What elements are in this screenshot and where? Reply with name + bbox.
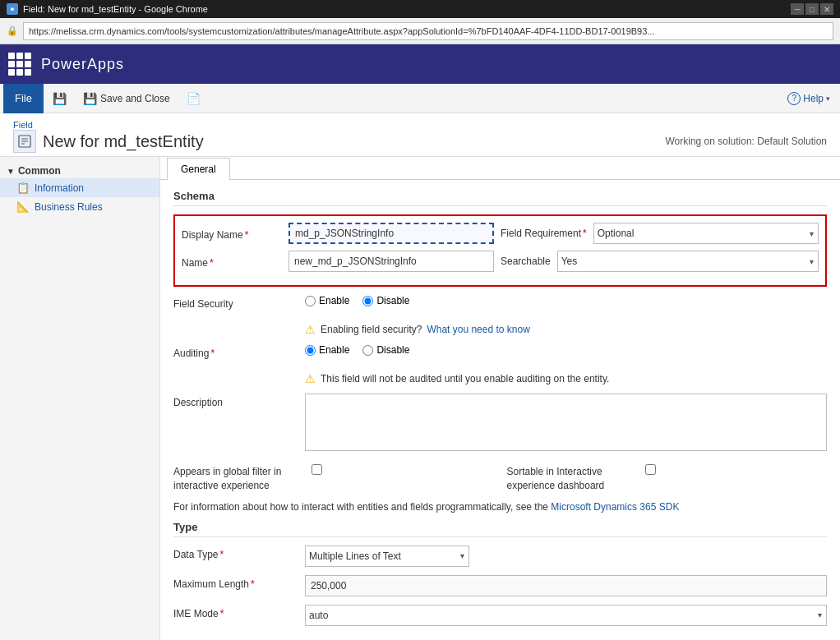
auditing-warning-text: This field will not be audited until you… [321, 373, 609, 384]
file-button[interactable]: File [3, 84, 44, 113]
name-row: Name* Searchable Yes No [182, 251, 819, 272]
sidebar-common-label: Common [18, 165, 61, 177]
field-security-label: Field Security [173, 295, 305, 310]
sidebar-item-business-rules-label: Business Rules [35, 201, 103, 213]
sdk-info-row: For information about how to interact wi… [173, 501, 827, 513]
name-input[interactable] [288, 251, 494, 272]
tab-bar: General [160, 157, 840, 180]
ime-mode-field: auto active inactive disabled [305, 605, 827, 626]
address-bar: 🔒 [0, 18, 840, 44]
page-title: New for md_testEntity [43, 132, 204, 151]
sortable-checkbox[interactable] [645, 464, 656, 475]
form-body: Schema Display Name* Field Requiremen [160, 180, 840, 640]
sidebar-item-information-label: Information [35, 182, 84, 194]
title-bar: ● Field: New for md_testEntity - Google … [0, 0, 840, 18]
max-length-row: Maximum Length* [173, 575, 827, 596]
help-button[interactable]: ? Help ▾ [781, 89, 837, 108]
publish-icon: 📄 [187, 92, 201, 105]
appears-in-filter-checkbox[interactable] [312, 464, 322, 475]
close-button[interactable]: ✕ [820, 3, 833, 15]
field-requirement-label: Field Requirement [501, 228, 581, 239]
max-length-input[interactable] [305, 575, 827, 596]
tab-general[interactable]: General [167, 158, 230, 180]
schema-box: Display Name* Field Requirement* Optiona… [173, 214, 827, 287]
auditing-warning-icon: ⚠ [305, 372, 316, 385]
waffle-icon[interactable] [8, 53, 31, 76]
type-title: Type [173, 521, 827, 537]
breadcrumb[interactable]: Field [13, 120, 827, 130]
display-name-row: Display Name* Field Requirement* Optiona… [182, 223, 819, 244]
field-security-row: Field Security Enable Disable [173, 295, 827, 315]
solution-info: Working on solution: Default Solution [665, 136, 827, 147]
field-security-warning-row: ⚠ Enabling field security? What you need… [305, 323, 827, 336]
data-type-label: Data Type* [173, 546, 305, 560]
save-close-icon: 💾 [83, 92, 97, 105]
address-input[interactable] [23, 22, 833, 40]
field-security-disable[interactable]: Disable [362, 295, 409, 306]
minimize-button[interactable]: ─ [791, 3, 804, 15]
field-security-enable[interactable]: Enable [305, 295, 349, 306]
lock-icon: 🔒 [7, 25, 18, 36]
max-length-field [305, 575, 827, 596]
field-requirement-select[interactable]: Optional Business Recommended Business R… [593, 223, 819, 244]
sidebar-item-information[interactable]: 📋 Information [0, 178, 159, 197]
ime-mode-select[interactable]: auto active inactive disabled [305, 605, 827, 626]
schema-title: Schema [173, 190, 827, 206]
title-bar-title: Field: New for md_testEntity - Google Ch… [23, 4, 208, 14]
help-chevron-icon: ▾ [826, 94, 830, 103]
data-type-wrapper: Multiple Lines of Text Single Line of Te… [305, 546, 469, 567]
field-security-link[interactable]: What you need to know [427, 324, 529, 335]
help-circle-icon: ? [787, 92, 801, 105]
help-label: Help [803, 93, 824, 104]
auditing-label: Auditing* [173, 344, 305, 359]
name-label: Name* [182, 254, 288, 269]
description-textarea[interactable] [305, 394, 827, 451]
description-label: Description [173, 394, 305, 408]
searchable-label: Searchable [501, 256, 551, 267]
field-requirement-wrapper: Optional Business Recommended Business R… [593, 223, 819, 244]
ime-mode-label: IME Mode* [173, 605, 305, 619]
searchable-wrapper: Yes No [557, 251, 819, 272]
publish-button[interactable]: 📄 [179, 88, 208, 109]
description-row: Description [173, 394, 827, 454]
sortable-label: Sortable in Interactive experience dashb… [507, 462, 639, 493]
information-icon: 📋 [16, 182, 30, 194]
auditing-warning-row: ⚠ This field will not be audited until y… [305, 372, 827, 385]
field-security-options: Enable Disable [305, 295, 827, 315]
warning-icon: ⚠ [305, 323, 316, 336]
save-and-close-label: Save and Close [100, 93, 170, 104]
display-name-label: Display Name* [182, 226, 288, 241]
auditing-enable[interactable]: Enable [305, 344, 349, 356]
save-and-close-button[interactable]: 💾 Save and Close [76, 88, 178, 109]
data-type-select[interactable]: Multiple Lines of Text Single Line of Te… [305, 546, 469, 567]
main-content: ▼ Common 📋 Information 📐 Business Rules … [0, 157, 840, 640]
sidebar-common-header: ▼ Common [0, 160, 159, 178]
sdk-info-text: For information about how to interact wi… [173, 501, 548, 513]
sdk-link[interactable]: Microsoft Dynamics 365 SDK [551, 501, 679, 513]
field-security-warning-text: Enabling field security? [321, 324, 422, 335]
searchable-select[interactable]: Yes No [557, 251, 819, 272]
display-name-input[interactable] [288, 223, 494, 244]
ime-mode-wrapper: auto active inactive disabled [305, 605, 827, 626]
max-length-label: Maximum Length* [173, 575, 305, 590]
auditing-row: Auditing* Enable Disable [173, 344, 827, 364]
description-field [305, 394, 827, 454]
sidebar-item-business-rules[interactable]: 📐 Business Rules [0, 197, 159, 216]
save-button[interactable]: 💾 [45, 88, 74, 109]
app-name: PowerApps [41, 56, 124, 73]
sidebar-arrow-icon: ▼ [7, 167, 15, 176]
maximize-button[interactable]: □ [805, 3, 819, 15]
toolbar: File 💾 💾 Save and Close 📄 ? Help ▾ [0, 84, 840, 113]
page-container: Field New for md_testEntity Working on s… [0, 113, 840, 640]
ime-mode-row: IME Mode* auto active inactive disabled [173, 605, 827, 626]
auditing-options: Enable Disable [305, 344, 827, 364]
content-panel: General Schema Display Name* [160, 157, 840, 640]
business-rules-icon: 📐 [16, 200, 30, 213]
save-icon: 💾 [53, 92, 67, 105]
browser-icon: ● [7, 3, 18, 15]
page-header: Field New for md_testEntity Working on s… [0, 113, 840, 157]
data-type-field: Multiple Lines of Text Single Line of Te… [305, 546, 827, 567]
data-type-row: Data Type* Multiple Lines of Text Single… [173, 546, 827, 567]
auditing-disable[interactable]: Disable [362, 344, 409, 356]
appears-in-filter-label: Appears in global filter in interactive … [173, 462, 305, 493]
